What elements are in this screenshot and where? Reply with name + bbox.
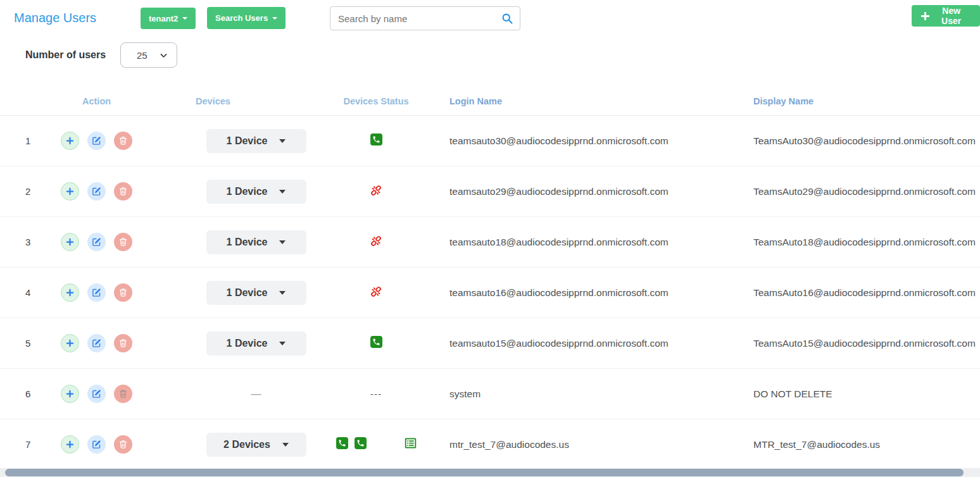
login-name-cell: mtr_test_7@audiocodes.us	[417, 419, 722, 470]
table-row: 5	[0, 318, 980, 369]
number-of-users-select[interactable]: 25	[120, 42, 177, 68]
tenant-dropdown-label: tenant2	[149, 14, 178, 23]
search-users-dropdown-button[interactable]: Search Users	[207, 7, 286, 29]
table-row: 6	[0, 369, 980, 419]
users-table-body: 1	[0, 116, 980, 470]
row-number: 4	[0, 268, 38, 318]
tenant-dropdown-button[interactable]: tenant2	[141, 8, 196, 29]
caret-down-icon	[279, 291, 286, 295]
devices-status-icons	[370, 235, 382, 247]
number-of-users-value: 25	[137, 50, 148, 61]
search-button[interactable]	[501, 12, 520, 25]
devices-dropdown[interactable]: 1 Device	[206, 281, 306, 305]
edit-user-button[interactable]	[87, 435, 106, 454]
table-row: 4	[0, 268, 980, 318]
devices-status-icons	[370, 133, 382, 146]
phone-disconnected-icon	[370, 235, 382, 247]
column-header-devices: Devices	[177, 87, 335, 116]
login-name-cell: system	[417, 369, 722, 419]
delete-user-button[interactable]	[114, 385, 132, 403]
search-icon	[501, 12, 513, 25]
plus-icon	[65, 187, 75, 196]
row-number: 6	[0, 369, 38, 419]
column-header-action: Action	[38, 87, 177, 116]
devices-dropdown[interactable]: 1 Device	[206, 230, 306, 254]
devices-status-icons	[370, 184, 382, 197]
action-buttons	[38, 435, 177, 454]
row-number: 5	[0, 318, 38, 369]
edit-icon	[92, 440, 101, 449]
devices-status-cell	[335, 166, 417, 217]
search-users-label: Search Users	[215, 13, 268, 23]
devices-status-icons	[370, 336, 382, 348]
action-buttons	[38, 334, 177, 352]
users-table: Action Devices Devices Status Login Name…	[0, 87, 980, 470]
login-name-cell: teamsauto15@audiocodesipprnd.onmicrosoft…	[417, 318, 722, 369]
caret-down-icon	[279, 240, 286, 244]
plus-icon	[65, 389, 75, 399]
devices-dropdown[interactable]: 1 Device	[206, 180, 306, 204]
new-user-label: New User	[932, 6, 971, 26]
edit-user-button[interactable]	[87, 283, 106, 302]
search-input[interactable]	[330, 13, 501, 24]
add-device-button[interactable]	[61, 182, 79, 201]
add-device-button[interactable]	[61, 385, 79, 403]
add-device-button[interactable]	[61, 132, 79, 150]
devices-count-label: 1 Device	[227, 338, 268, 349]
add-device-button[interactable]	[61, 233, 79, 251]
trash-icon	[118, 187, 128, 196]
display-name-cell: DO NOT DELETE	[722, 369, 980, 419]
devices-dropdown[interactable]: 2 Devices	[206, 433, 306, 457]
display-name-cell: TeamsAuto29@audiocodesipprnd.onmicrosoft…	[722, 166, 980, 217]
table-header-row: Action Devices Devices Status Login Name…	[0, 87, 980, 116]
edit-icon	[92, 389, 101, 399]
display-name-cell: TeamsAuto16@audiocodesipprnd.onmicrosoft…	[722, 268, 980, 318]
caret-down-icon	[182, 17, 187, 20]
phone-connected-icon	[355, 437, 367, 449]
caret-down-icon	[279, 342, 286, 345]
trash-icon	[118, 237, 128, 247]
column-header-login-name: Login Name	[417, 87, 722, 116]
number-of-users-label: Number of users	[25, 49, 106, 61]
caret-down-icon	[272, 17, 277, 20]
edit-user-button[interactable]	[87, 233, 106, 251]
delete-user-button[interactable]	[114, 132, 132, 150]
edit-user-button[interactable]	[87, 334, 106, 352]
display-name-cell: MTR_test_7@audiocodes.us	[722, 419, 980, 470]
devices-status-cell	[335, 318, 417, 369]
edit-user-button[interactable]	[87, 385, 106, 403]
delete-user-button[interactable]	[114, 283, 132, 302]
table-row: 1	[0, 116, 980, 166]
add-device-button[interactable]	[61, 435, 79, 454]
new-user-button[interactable]: New User	[912, 5, 980, 27]
display-name-cell: TeamsAuto18@audiocodesipprnd.onmicrosoft…	[722, 217, 980, 268]
row-number: 3	[0, 217, 38, 268]
devices-dropdown[interactable]: 1 Device	[206, 129, 306, 153]
page-title: Manage Users	[14, 11, 96, 25]
horizontal-scrollbar-thumb[interactable]	[5, 469, 964, 476]
trash-icon	[118, 136, 128, 146]
edit-user-button[interactable]	[87, 182, 106, 201]
trash-icon	[118, 389, 128, 399]
delete-user-button[interactable]	[114, 334, 132, 352]
phone-disconnected-icon	[370, 184, 382, 197]
trash-icon	[118, 440, 128, 449]
trash-icon	[118, 338, 128, 348]
devices-dropdown[interactable]: 1 Device	[206, 331, 306, 356]
add-device-button[interactable]	[61, 334, 79, 352]
add-device-button[interactable]	[61, 283, 79, 302]
display-name-cell: TeamsAuto15@audiocodesipprnd.onmicrosoft…	[722, 318, 980, 369]
edit-icon	[92, 288, 101, 297]
edit-user-button[interactable]	[87, 132, 106, 150]
devices-status-cell	[335, 217, 417, 268]
delete-user-button[interactable]	[114, 233, 132, 251]
phone-connected-icon	[370, 133, 382, 146]
action-buttons	[38, 132, 177, 150]
horizontal-scrollbar-track	[0, 468, 980, 477]
table-row: 7	[0, 419, 980, 470]
caret-down-icon	[279, 190, 286, 194]
devices-count-label: 1 Device	[227, 237, 268, 248]
delete-user-button[interactable]	[114, 182, 132, 201]
edit-icon	[92, 237, 101, 247]
delete-user-button[interactable]	[114, 435, 132, 454]
